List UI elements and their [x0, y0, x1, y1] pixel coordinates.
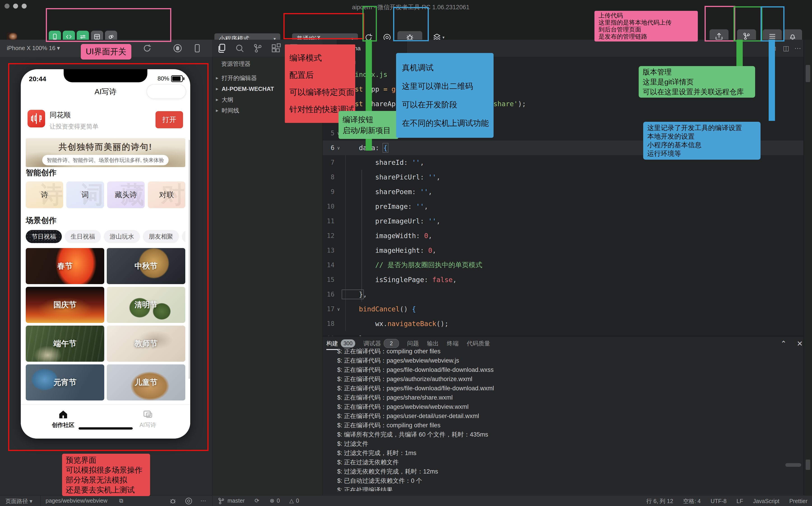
code-area[interactable]: 1// index.js2const app = getApp();3const…: [323, 67, 803, 336]
editor-status-items: 行 6, 列 12空格: 4UTF-8LFJavaScriptPrettier: [646, 497, 808, 505]
code-token: (): [400, 305, 412, 313]
code-line-16[interactable]: 16 },: [323, 287, 803, 302]
code-line-3[interactable]: 3const shareApi = require('../../apis/sh…: [323, 96, 803, 111]
annotation-line: 还是要去实机上测试: [66, 485, 146, 495]
annotation-line: 版本管理: [643, 67, 751, 77]
code-token: ,: [432, 246, 436, 254]
traffic-light-minimize[interactable]: [13, 4, 18, 9]
status-item[interactable]: Prettier: [789, 498, 808, 504]
status-item[interactable]: 空格: 4: [683, 497, 701, 505]
console-tab-构建[interactable]: 构建300: [326, 339, 355, 347]
code-line-12[interactable]: 12 imageWidth: 0,: [323, 229, 803, 243]
annotation-line: 是发布的管理链路: [598, 33, 694, 40]
editor-scrollbar-strip: [803, 40, 812, 495]
code-token: ,: [363, 290, 367, 298]
code-token: }: [343, 290, 363, 298]
fold-chevron-icon[interactable]: ∨: [335, 145, 343, 151]
blocks-icon[interactable]: [270, 43, 281, 54]
columns-icon[interactable]: ◫: [781, 43, 791, 53]
console-tab-问题[interactable]: 问题: [407, 340, 419, 347]
scrollbar-handle[interactable]: [806, 65, 810, 82]
console-tab-调试器[interactable]: 调试器2: [363, 339, 399, 348]
warning-count[interactable]: △0: [289, 497, 299, 504]
scrollbar-handle[interactable]: [806, 459, 810, 470]
code-line-15[interactable]: 15 isSinglePage: false,: [323, 272, 803, 287]
code-line-11[interactable]: 11 preImageUrl: '',: [323, 214, 803, 229]
device-icon[interactable]: [192, 43, 202, 53]
rotate-icon[interactable]: [142, 43, 152, 53]
build-log-line: $: 正在处理编译结果: [337, 486, 789, 491]
annotation-rect-details: [760, 6, 785, 41]
build-log-line: $: 正在编译代码：pages/user-detail/user-detail.…: [337, 412, 789, 421]
line-number: 11: [323, 218, 335, 225]
code-line-10[interactable]: 10 preImage: '',: [323, 199, 803, 214]
code-token: =: [383, 85, 391, 93]
explorer-item-label: 大纲: [222, 96, 233, 104]
code-line-17[interactable]: 17∨ bindCancel() {: [323, 302, 803, 316]
code-token: '': [412, 159, 420, 166]
annotation-line: 可以在开发阶段: [402, 95, 488, 114]
annotation-line: 配置后: [289, 67, 351, 84]
eye-icon[interactable]: [184, 497, 193, 505]
code-token: navigateBack: [387, 320, 436, 328]
explorer-item-label: 打开的编辑器: [222, 74, 257, 82]
traffic-light-close[interactable]: [4, 4, 9, 9]
code-line-8[interactable]: 8 sharePicUrl: '',: [323, 170, 803, 184]
code-token: ,: [428, 188, 432, 196]
annotation-rect-panel-toggles: [46, 8, 171, 42]
status-bar: 页面路径 ▾ pages/webview/webview ⧉ ⋯ master …: [0, 495, 812, 506]
search-icon[interactable]: [234, 43, 245, 54]
code-line-18[interactable]: 18 wx.navigateBack();: [323, 316, 803, 331]
page-path-select[interactable]: 页面路径 ▾: [5, 497, 32, 505]
code-line-14[interactable]: 14 // 是否为朋友圈回执中的单页模式: [323, 258, 803, 272]
editor-tab-bar: ✕ <> sha ⧉ ◫ ⋯: [323, 40, 803, 57]
code-token: sharePoem: [343, 188, 412, 196]
status-item[interactable]: JavaScript: [753, 498, 780, 504]
annotation-line: 可以编译特定页面: [289, 84, 351, 101]
console-tab-输出[interactable]: 输出: [427, 340, 439, 347]
console-scrollbar[interactable]: [785, 463, 801, 467]
console-tab-终端[interactable]: 终端: [447, 340, 459, 347]
sync-icon[interactable]: ⟳: [254, 497, 259, 504]
status-item[interactable]: LF: [737, 498, 743, 504]
code-token: '': [428, 173, 436, 181]
annotation-line: 这里是git详情页: [643, 77, 751, 87]
annotation-line: 可以在这里设置并关联远程仓库: [643, 87, 751, 97]
git-branch-icon[interactable]: [252, 43, 263, 54]
device-select[interactable]: iPhone X 100% 16 ▾: [7, 45, 60, 52]
annotation-line: 本地开发的设置: [647, 132, 756, 141]
git-branch-name[interactable]: master: [227, 497, 245, 504]
annotation-line: 真机调试: [402, 59, 488, 77]
annotation-arrow-details: [769, 40, 775, 121]
code-token: ,: [436, 173, 440, 181]
traffic-light-zoom[interactable]: [22, 4, 27, 9]
more-icon[interactable]: ⋯: [793, 43, 803, 53]
code-line-9[interactable]: 9 sharePoem: '',: [323, 184, 803, 199]
explorer-item-label: AI-POEM-WECHAT: [222, 85, 274, 92]
status-item[interactable]: UTF-8: [711, 498, 727, 504]
files-icon[interactable]: [216, 43, 227, 54]
fold-chevron-icon[interactable]: ∨: [335, 307, 343, 312]
status-item[interactable]: 行 6, 列 12: [646, 497, 673, 505]
code-token: {: [383, 144, 387, 152]
console-tab-badge: 300: [341, 339, 355, 347]
build-log[interactable]: $: 正在编译代码：compiling other files$: 正在编译代码…: [337, 347, 789, 491]
console-tab-代码质量[interactable]: 代码质量: [467, 340, 490, 347]
record-icon[interactable]: [173, 43, 182, 53]
bug-icon[interactable]: [169, 497, 177, 505]
annotation-line: 在不同的实机上调试功能: [402, 114, 488, 133]
code-token: ,: [436, 217, 440, 225]
error-count[interactable]: ⊗0: [270, 497, 280, 504]
copy-icon[interactable]: ⧉: [119, 497, 123, 504]
annotation-line: 编译按钮: [343, 114, 394, 125]
console-tab-badge: 2: [384, 339, 399, 348]
annotation-line: 运行环境等: [647, 149, 756, 158]
code-token: isSinglePage: [343, 276, 424, 284]
more-icon[interactable]: ⋯: [200, 497, 206, 504]
build-log-line: $: 正在编译代码：pages/webview/webview.js: [337, 356, 789, 365]
line-number: 7: [323, 159, 335, 166]
code-token: :: [404, 159, 412, 166]
page-path-value: pages/webview/webview: [46, 497, 107, 504]
build-log-line: $: 过滤文件: [337, 439, 789, 448]
code-line-13[interactable]: 13 imageHeight: 0,: [323, 243, 803, 258]
